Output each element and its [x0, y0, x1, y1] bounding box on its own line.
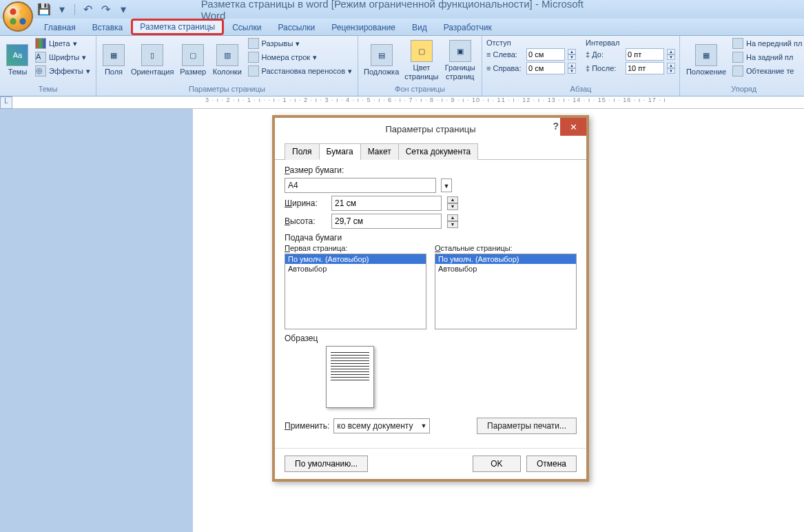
list-item[interactable]: Автовыбор	[435, 264, 576, 274]
indent-right-field[interactable]: ≡ Справа:▲▼	[486, 62, 576, 74]
office-button[interactable]	[3, 1, 33, 32]
height-spinner[interactable]: ▲▼	[447, 214, 458, 228]
margins-button[interactable]: ▦Поля	[101, 37, 127, 83]
print-options-button[interactable]: Параметры печати...	[477, 418, 577, 434]
separator	[74, 4, 75, 15]
dialog-title: Параметры страницы	[385, 124, 475, 134]
window-title: Разметка страницы в word [Режим ограниче…	[201, 0, 604, 21]
size-button[interactable]: ▢Размер	[178, 37, 208, 83]
position-icon: ▦	[695, 44, 717, 66]
paper-feed-label: Подача бумаги	[285, 233, 577, 243]
tab-review[interactable]: Рецензирование	[323, 20, 404, 35]
text-wrap-button[interactable]: Обтекание те	[731, 65, 803, 77]
redo-icon[interactable]: ↷	[99, 3, 112, 17]
list-item[interactable]: Автовыбор	[285, 264, 426, 274]
chevron-down-icon: ▼	[420, 422, 426, 429]
qat-dropdown-icon[interactable]: ▾	[55, 3, 69, 17]
first-page-list[interactable]: По умолч. (Автовыбор) Автовыбор	[285, 254, 426, 329]
position-button[interactable]: ▦Положение	[684, 37, 728, 83]
cancel-button[interactable]: Отмена	[526, 456, 577, 472]
preview-label: Образец	[285, 334, 577, 343]
indent-left-field[interactable]: ≡ Слева:▲▼	[486, 48, 576, 61]
ribbon: Aa Темы Цвета ▾ AШрифты ▾ ◎Эффекты ▾ Тем…	[0, 36, 804, 96]
svg-point-2	[10, 18, 16, 24]
tab-mailings[interactable]: Рассылки	[269, 20, 323, 35]
default-button[interactable]: По умолчанию...	[285, 456, 368, 472]
paper-size-label: Размер бумаги:	[285, 165, 577, 175]
height-input[interactable]	[331, 214, 442, 229]
group-arrange: ▦Положение На передний пл На задний пл О…	[680, 36, 804, 96]
group-label: Фон страницы	[362, 83, 477, 94]
themes-button[interactable]: Aa Темы	[4, 37, 31, 83]
apply-label: Применить:	[285, 421, 329, 431]
dialog-title-bar[interactable]: Параметры страницы ? ✕	[275, 118, 586, 140]
spinner-icon[interactable]: ▲▼	[568, 63, 576, 74]
left-margin-area	[0, 109, 193, 532]
line-numbers-button[interactable]: Номера строк ▾	[247, 51, 353, 63]
indent-right-input[interactable]	[526, 62, 565, 74]
spacing-before-field[interactable]: ‡ До:▲▼	[586, 48, 675, 61]
help-icon[interactable]: ?	[553, 121, 559, 132]
page-color-button[interactable]: ▢Цвет страницы	[403, 37, 440, 83]
tab-page-layout[interactable]: Разметка страницы	[131, 19, 224, 35]
watermark-button[interactable]: ▤Подложка	[362, 37, 400, 83]
breaks-button[interactable]: Разрывы ▾	[247, 37, 353, 50]
paper-size-select[interactable]: A4	[285, 178, 436, 193]
spacing-after-input[interactable]	[626, 62, 664, 74]
list-item[interactable]: По умолч. (Автовыбор)	[435, 254, 576, 264]
indent-left-input[interactable]	[526, 48, 565, 61]
width-label: Ширина:	[285, 198, 326, 208]
columns-button[interactable]: ▥Колонки	[211, 37, 243, 83]
spacing-title: Интервал	[586, 39, 675, 47]
hyphenation-button[interactable]: Расстановка переносов ▾	[247, 65, 353, 77]
spinner-icon[interactable]: ▲▼	[667, 63, 675, 74]
page-borders-button[interactable]: ▣Границы страниц	[442, 37, 477, 83]
watermark-icon: ▤	[371, 44, 393, 66]
bring-front-button[interactable]: На передний пл	[731, 37, 803, 50]
wrap-icon	[732, 65, 743, 76]
chevron-down-icon[interactable]: ▼	[441, 178, 452, 192]
tab-insert[interactable]: Вставка	[84, 20, 132, 35]
width-input[interactable]	[331, 196, 442, 211]
tab-selector[interactable]: L	[0, 96, 12, 109]
orientation-icon: ▯	[141, 44, 163, 66]
quick-access-toolbar: 💾 ▾ ↶ ↷ ▾	[37, 3, 130, 17]
spacing-after-field[interactable]: ‡ После:▲▼	[586, 62, 675, 74]
title-bar: 💾 ▾ ↶ ↷ ▾ Разметка страницы в word [Режи…	[0, 0, 804, 19]
width-spinner[interactable]: ▲▼	[447, 196, 458, 210]
tab-view[interactable]: Вид	[404, 20, 435, 35]
borders-icon: ▣	[449, 40, 471, 62]
ribbon-tabs: Главная Вставка Разметка страницы Ссылки…	[0, 19, 804, 36]
other-pages-list[interactable]: По умолч. (Автовыбор) Автовыбор	[435, 254, 577, 329]
dlg-tab-grid[interactable]: Сетка документа	[398, 143, 478, 160]
effects-icon: ◎	[35, 65, 46, 76]
send-back-button[interactable]: На задний пл	[731, 51, 803, 63]
ok-button[interactable]: OK	[473, 456, 521, 472]
dlg-tab-fields[interactable]: Поля	[285, 143, 320, 160]
margins-icon: ▦	[103, 44, 125, 66]
dlg-tab-layout[interactable]: Макет	[360, 143, 399, 160]
close-button[interactable]: ✕	[560, 118, 586, 136]
line-numbers-icon	[248, 52, 259, 63]
dialog-tabs: Поля Бумага Макет Сетка документа	[275, 140, 586, 160]
svg-point-0	[10, 8, 16, 14]
spinner-icon[interactable]: ▲▼	[667, 49, 675, 60]
theme-effects-button[interactable]: ◎Эффекты ▾	[34, 65, 92, 77]
tab-developer[interactable]: Разработчик	[435, 20, 500, 35]
spacing-before-input[interactable]	[626, 48, 664, 61]
horizontal-ruler[interactable]: 3 · ı · 2 · ı · 1 · ı · · ı · 1 · ı · 2 …	[12, 96, 804, 109]
tab-references[interactable]: Ссылки	[224, 20, 269, 35]
front-icon	[732, 38, 743, 49]
apply-to-select[interactable]: ко всему документу▼	[333, 418, 430, 433]
save-icon[interactable]: 💾	[37, 3, 51, 17]
list-item[interactable]: По умолч. (Автовыбор)	[285, 254, 426, 264]
theme-fonts-button[interactable]: AШрифты ▾	[34, 51, 92, 63]
orientation-button[interactable]: ▯Ориентация	[130, 37, 175, 83]
dlg-tab-paper[interactable]: Бумага	[319, 143, 361, 160]
group-page-background: ▤Подложка ▢Цвет страницы ▣Границы страни…	[358, 36, 482, 96]
tab-home[interactable]: Главная	[36, 20, 84, 35]
qat-customize-icon[interactable]: ▾	[116, 3, 130, 17]
undo-icon[interactable]: ↶	[81, 3, 94, 17]
spinner-icon[interactable]: ▲▼	[568, 49, 576, 60]
theme-colors-button[interactable]: Цвета ▾	[34, 37, 92, 50]
